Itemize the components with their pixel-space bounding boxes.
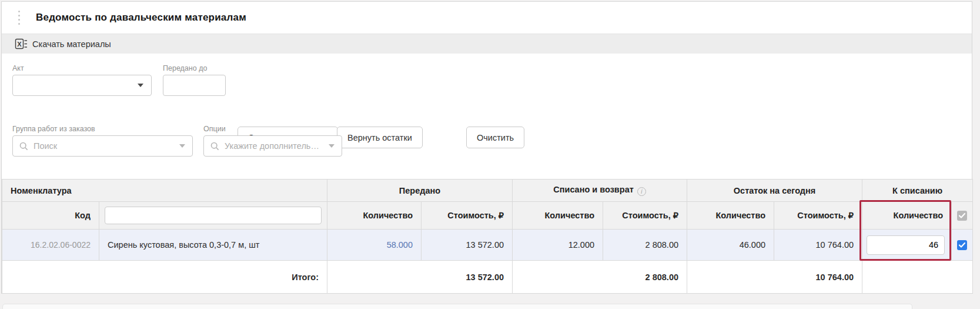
table-total-row: Итого: 13 572.00 2 808.00 10 764.00 bbox=[2, 261, 973, 294]
table-sub-header-row: Код Количество Стоимость, ₽ Количество С… bbox=[2, 202, 973, 230]
check-icon bbox=[959, 242, 965, 248]
materials-statement-panel: Ведомость по давальческим материалам X С… bbox=[1, 1, 972, 294]
select-all-checkbox[interactable] bbox=[957, 211, 967, 221]
materials-table: Номенклатура Передано Списано и возвратi… bbox=[2, 179, 973, 294]
options-placeholder: Укажите дополнитель… bbox=[225, 141, 329, 151]
row-transferred-cost: 13 572.00 bbox=[422, 230, 513, 261]
col-written-off-label: Списано и возврат bbox=[553, 185, 634, 194]
row-checkbox[interactable] bbox=[957, 240, 967, 250]
page-title: Ведомость по давальческим материалам bbox=[36, 12, 246, 24]
subcol-transferred-cost: Стоимость, ₽ bbox=[422, 202, 513, 230]
total-transferred-cost: 13 572.00 bbox=[327, 261, 513, 294]
work-group-search-select[interactable]: Поиск bbox=[12, 135, 193, 157]
next-panel-edge bbox=[2, 304, 912, 309]
subcol-code-filter bbox=[99, 202, 327, 230]
chevron-down-icon bbox=[138, 84, 143, 87]
transferred-until-field-box bbox=[163, 75, 226, 96]
options-search-select[interactable]: Укажите дополнитель… bbox=[203, 135, 342, 157]
total-remainder-cost: 10 764.00 bbox=[687, 261, 862, 294]
row-transferred-qty-link[interactable]: 58.000 bbox=[327, 230, 422, 261]
title-bar: Ведомость по давальческим материалам bbox=[2, 2, 972, 34]
col-transferred: Передано bbox=[327, 180, 513, 202]
filters-section: Акт Передано до Списать материалы Вернут… bbox=[2, 54, 972, 178]
transferred-until-input[interactable] bbox=[163, 75, 225, 95]
col-nomenclature: Номенклатура bbox=[2, 180, 327, 202]
drag-handle-icon[interactable] bbox=[18, 11, 20, 25]
table-group-header-row: Номенклатура Передано Списано и возвратi… bbox=[2, 180, 973, 202]
table-row: 16.2.02.06-0022 Сирень кустовая, высота … bbox=[2, 230, 973, 261]
row-name: Сирень кустовая, высота 0,3-0,7 м, шт bbox=[99, 230, 327, 261]
total-empty-cell bbox=[862, 261, 973, 294]
subcol-written-off-qty: Количество bbox=[513, 202, 603, 230]
total-label: Итого: bbox=[2, 261, 327, 294]
download-materials-button[interactable]: X Скачать материалы bbox=[15, 38, 111, 49]
excel-export-icon: X bbox=[15, 38, 28, 49]
work-group-placeholder: Поиск bbox=[34, 141, 179, 151]
row-written-off-cost: 2 808.00 bbox=[603, 230, 687, 261]
subcol-written-off-cost: Стоимость, ₽ bbox=[603, 202, 687, 230]
search-icon bbox=[19, 142, 28, 151]
row-written-off-qty: 12.000 bbox=[513, 230, 603, 261]
subcol-transferred-qty: Количество bbox=[327, 202, 422, 230]
toolbar: X Скачать материалы bbox=[2, 34, 972, 54]
download-materials-label: Скачать материалы bbox=[32, 39, 111, 49]
transferred-until-label: Передано до bbox=[163, 64, 207, 72]
col-to-write-off: К списанию bbox=[862, 180, 973, 202]
col-remainder: Остаток на сегодня bbox=[687, 180, 862, 202]
return-remainders-button[interactable]: Вернуть остатки bbox=[337, 127, 423, 148]
subcol-remainder-cost: Стоимость, ₽ bbox=[774, 202, 862, 230]
info-icon[interactable]: i bbox=[637, 187, 646, 196]
row-remainder-qty: 46.000 bbox=[687, 230, 774, 261]
row-remainder-cost: 10 764.00 bbox=[774, 230, 862, 261]
subcol-to-write-off-qty: Количество bbox=[862, 202, 952, 230]
select-all-cell bbox=[952, 202, 973, 230]
total-written-off-cost: 2 808.00 bbox=[513, 261, 687, 294]
subcol-remainder-qty: Количество bbox=[687, 202, 774, 230]
search-icon bbox=[210, 142, 219, 151]
chevron-down-icon bbox=[329, 144, 335, 148]
chevron-down-icon bbox=[179, 144, 185, 148]
clear-button[interactable]: Очистить bbox=[466, 127, 524, 148]
row-code: 16.2.02.06-0022 bbox=[2, 230, 99, 261]
act-select[interactable] bbox=[12, 75, 152, 96]
code-filter-input[interactable] bbox=[105, 207, 322, 224]
check-icon bbox=[959, 213, 965, 218]
act-label: Акт bbox=[12, 64, 24, 72]
work-group-label: Группа работ из заказов bbox=[12, 125, 95, 133]
row-select-cell bbox=[952, 230, 973, 261]
options-label: Опции bbox=[203, 125, 226, 133]
col-written-off: Списано и возвратi bbox=[513, 180, 687, 202]
svg-text:X: X bbox=[17, 41, 22, 48]
row-to-write-off-cell bbox=[862, 230, 952, 261]
to-write-off-qty-input[interactable] bbox=[867, 235, 945, 255]
subcol-code: Код bbox=[2, 202, 99, 230]
